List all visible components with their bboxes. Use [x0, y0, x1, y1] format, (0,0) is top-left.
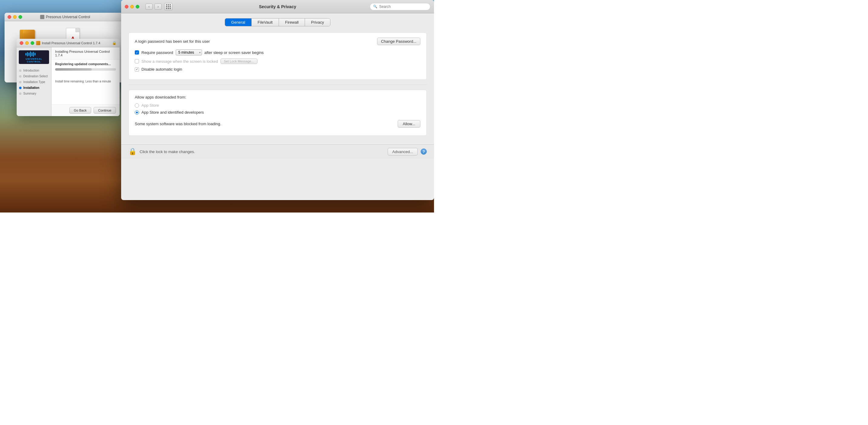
radio-app-store[interactable] — [135, 103, 139, 108]
blocked-text: Some system software was blocked from lo… — [135, 121, 221, 126]
tab-privacy[interactable]: Privacy — [305, 19, 330, 26]
step-installation: Installation — [17, 85, 51, 91]
installer-sidebar: UNIVERSAL CONTROL Introduction Destinati… — [17, 47, 52, 116]
step-dot-summary — [19, 92, 22, 95]
require-password-row: Require password 5 minutes ▾ after sleep… — [135, 49, 421, 55]
installer-main: Installing Presonus Universal Control 1.… — [52, 47, 120, 116]
security-nav: ‹ › — [145, 4, 162, 10]
continue-button[interactable]: Continue — [94, 107, 116, 114]
tab-general[interactable]: General — [225, 19, 251, 26]
wave-bar — [26, 53, 26, 55]
wave-bar — [33, 52, 34, 57]
allow-apps-section: Allow apps downloaded from: App Store Ap… — [128, 90, 427, 136]
show-message-row: Show a message when the screen is locked… — [135, 58, 421, 64]
step-dot-introduction — [19, 69, 22, 72]
close-button[interactable] — [7, 15, 11, 19]
installer-header: Installing Presonus Universal Control 1.… — [52, 47, 120, 60]
allow-apps-title: Allow apps downloaded from: — [135, 95, 421, 100]
back-button[interactable]: ‹ — [145, 4, 153, 10]
require-password-suffix: after sleep or screen saver begins — [205, 50, 264, 55]
installer-footer: Go Back Continue — [52, 104, 120, 116]
radio-identified-label: App Store and identified developers — [142, 110, 204, 115]
search-box[interactable]: 🔍 — [370, 3, 430, 10]
installer-content: Registering updated components... Instal… — [52, 60, 120, 104]
finder-titlebar: Presonus Universal Control — [4, 13, 126, 21]
help-button[interactable]: ? — [421, 148, 427, 154]
installer-titlebar: Install Presonus Universal Control 1.7.4… — [17, 39, 120, 47]
disable-autologin-checkbox[interactable] — [135, 67, 139, 72]
divider — [128, 85, 427, 85]
hdd-icon — [40, 15, 44, 19]
tabs-container: General FileVault Firewall Privacy — [128, 18, 427, 26]
tab-firewall[interactable]: Firewall — [279, 19, 305, 26]
lock-large-icon[interactable]: 🔒 — [128, 148, 136, 155]
require-password-checkbox[interactable] — [135, 50, 139, 55]
show-message-checkbox[interactable] — [135, 59, 139, 63]
maximize-button[interactable] — [19, 15, 22, 19]
security-body: General FileVault Firewall Privacy — [121, 13, 434, 144]
blocked-software-row: Some system software was blocked from lo… — [135, 117, 421, 131]
set-lock-message-button[interactable]: Set Lock Message... — [220, 58, 257, 64]
radio-identified[interactable] — [135, 110, 139, 115]
installer-close-button[interactable] — [20, 41, 23, 45]
installer-window-controls — [20, 41, 34, 45]
grid-dots — [166, 4, 171, 9]
show-message-label: Show a message when the screen is locked — [142, 59, 218, 64]
finder-window-title: Presonus Universal Control — [40, 15, 90, 19]
password-text: A login password has been set for this u… — [135, 39, 210, 44]
minimize-button[interactable] — [13, 15, 17, 19]
disable-autologin-row: Disable automatic login — [135, 67, 421, 72]
tab-filevault[interactable]: FileVault — [252, 19, 279, 26]
wave-bar — [31, 52, 32, 56]
progress-text: Registering updated components... — [55, 62, 116, 66]
radio-app-store-row: App Store — [135, 103, 421, 108]
password-time-dropdown-wrapper: 5 minutes ▾ — [176, 49, 202, 55]
footer-buttons: Advanced... ? — [388, 148, 427, 155]
search-input[interactable] — [379, 4, 427, 9]
forward-button[interactable]: › — [154, 4, 162, 10]
logo-line1: UNIVERSAL — [26, 58, 42, 60]
installer-window: Install Presonus Universal Control 1.7.4… — [17, 39, 120, 116]
disable-autologin-label: Disable automatic login — [142, 67, 182, 72]
wave-bar — [27, 52, 28, 56]
logo-line2: CONTROL — [26, 60, 42, 63]
grid-view-button[interactable] — [164, 3, 173, 10]
security-window-controls — [125, 5, 139, 8]
security-window-title: Security & Privacy — [259, 4, 296, 9]
search-icon: 🔍 — [373, 4, 377, 8]
installer-maximize-button[interactable] — [31, 41, 34, 45]
window-controls — [7, 15, 22, 19]
general-section: A login password has been set for this u… — [128, 32, 427, 80]
security-maximize-button[interactable] — [136, 5, 139, 8]
security-close-button[interactable] — [125, 5, 128, 8]
allow-button[interactable]: Allow... — [398, 120, 421, 128]
change-password-button[interactable]: Change Password... — [377, 37, 421, 45]
time-remaining: Install time remaining: Less than a minu… — [55, 80, 116, 83]
wave-bar — [30, 52, 31, 57]
tab-group: General FileVault Firewall Privacy — [225, 18, 330, 26]
step-dot-destination — [19, 75, 22, 78]
desktop: Presonus Universal Control PreSonus Univ… — [0, 0, 434, 213]
step-dot-installation-type — [19, 81, 22, 83]
universal-control-logo: UNIVERSAL CONTROL — [19, 50, 49, 64]
lock-row: 🔒 Click the lock to make changes. — [128, 148, 195, 155]
lock-text: Click the lock to make changes. — [140, 149, 195, 154]
installer-body: UNIVERSAL CONTROL Introduction Destinati… — [17, 47, 120, 116]
step-summary: Summary — [17, 91, 51, 96]
require-password-label: Require password — [142, 50, 173, 55]
go-back-button[interactable]: Go Back — [69, 107, 91, 114]
security-titlebar: ‹ › Security & Privacy 🔍 — [121, 0, 434, 13]
security-minimize-button[interactable] — [130, 5, 134, 8]
lock-icon: 🔒 — [112, 41, 117, 45]
advanced-button[interactable]: Advanced... — [388, 148, 417, 155]
step-destination: Destination Select — [17, 73, 51, 79]
radio-app-store-label: App Store — [142, 103, 159, 108]
security-window: ‹ › Security & Privacy 🔍 — [121, 0, 434, 200]
progress-bar-container — [55, 68, 116, 70]
installer-minimize-button[interactable] — [25, 41, 29, 45]
step-dot-installation — [19, 87, 22, 89]
password-row: A login password has been set for this u… — [135, 37, 421, 45]
progress-bar-fill — [55, 68, 92, 70]
password-time-dropdown[interactable]: 5 minutes — [176, 49, 202, 55]
installer-window-title: Install Presonus Universal Control 1.7.4 — [36, 41, 100, 45]
